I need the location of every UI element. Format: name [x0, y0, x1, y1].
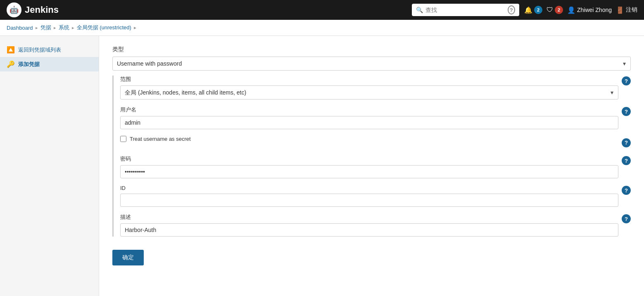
user-icon: 👤 [567, 6, 575, 14]
sidebar-add-label: 添加凭据 [18, 61, 40, 68]
id-row: ID ? [120, 185, 631, 207]
id-label: ID [120, 185, 618, 191]
username-input[interactable] [120, 116, 618, 129]
scope-select[interactable]: 全局 (Jenkins, nodes, items, all child ite… [120, 85, 618, 99]
notifications-button[interactable]: 🔔 2 [524, 6, 542, 14]
type-select[interactable]: Username with password SSH Username with… [112, 57, 631, 71]
sidebar-item-back[interactable]: 🔼 返回到凭据域列表 [0, 43, 99, 57]
submit-button[interactable]: 确定 [112, 250, 144, 265]
scope-select-wrapper: 全局 (Jenkins, nodes, items, all child ite… [120, 85, 618, 99]
type-field: 类型 Username with password SSH Username w… [112, 46, 631, 71]
search-input[interactable] [425, 7, 505, 13]
user-label[interactable]: 👤 Zhiwei Zhong [567, 6, 612, 14]
sidebar-item-add-credential[interactable]: 🔑 添加凭据 [0, 57, 99, 71]
shield-icon: 🛡 [547, 6, 553, 14]
password-row: 密码 ? [120, 155, 631, 178]
id-inner: ID [120, 185, 618, 207]
id-help-button[interactable]: ? [622, 186, 631, 195]
security-badge: 2 [555, 6, 563, 14]
form-section: 类型 Username with password SSH Username w… [112, 46, 631, 265]
scope-label: 范围 [120, 76, 618, 83]
treat-username-checkbox[interactable] [120, 136, 126, 142]
bell-icon: 🔔 [524, 6, 532, 14]
id-input[interactable] [120, 194, 618, 207]
password-inner: 密码 [120, 155, 618, 178]
treat-username-help-button[interactable]: ? [622, 138, 631, 147]
type-label: 类型 [112, 46, 631, 53]
user-name: Zhiwei Zhong [577, 7, 612, 13]
scope-inner: 范围 全局 (Jenkins, nodes, items, all child … [120, 76, 618, 99]
scope-row: 范围 全局 (Jenkins, nodes, items, all child … [120, 76, 631, 99]
description-label: 描述 [120, 213, 618, 221]
logout-icon: 🚪 [616, 6, 624, 14]
security-button[interactable]: 🛡 2 [547, 6, 563, 14]
treat-username-label[interactable]: Treat username as secret [130, 136, 191, 142]
scope-help-button[interactable]: ? [622, 76, 631, 85]
sidebar-back-label: 返回到凭据域列表 [18, 46, 61, 54]
type-select-wrapper: Username with password SSH Username with… [112, 57, 631, 71]
description-row: 描述 ? [120, 213, 631, 237]
logout-label: 注销 [626, 6, 637, 14]
username-label: 用户名 [120, 106, 618, 114]
breadcrumb-sep-2: ▸ [54, 25, 56, 31]
logout-button[interactable]: 🚪 注销 [616, 6, 637, 14]
password-label: 密码 [120, 155, 618, 163]
logo-text: Jenkins [25, 5, 59, 15]
password-input[interactable] [120, 165, 618, 178]
breadcrumb-sep-3: ▸ [72, 25, 74, 31]
search-icon: 🔍 [416, 7, 423, 13]
back-icon: 🔼 [7, 46, 15, 54]
layout: 🔼 返回到凭据域列表 🔑 添加凭据 类型 Username with passw… [0, 36, 644, 296]
search-help-icon[interactable]: ? [508, 5, 515, 14]
treat-username-checkbox-row: Treat username as secret [120, 136, 618, 142]
jenkins-logo-icon: 🤖 [7, 2, 21, 17]
search-bar[interactable]: 🔍 ? [412, 4, 519, 16]
breadcrumb-global[interactable]: 全局凭据 (unrestricted) [77, 24, 131, 31]
breadcrumb: Dashboard ▸ 凭据 ▸ 系统 ▸ 全局凭据 (unrestricted… [0, 20, 644, 36]
header: 🤖 Jenkins 🔍 ? 🔔 2 🛡 2 👤 Zhiwei Zhong 🚪 注… [0, 0, 644, 20]
key-icon: 🔑 [7, 60, 15, 68]
username-help-button[interactable]: ? [622, 107, 631, 116]
notification-badge: 2 [534, 6, 542, 14]
description-inner: 描述 [120, 213, 618, 237]
password-help-button[interactable]: ? [622, 156, 631, 165]
treat-username-inner: Treat username as secret [120, 136, 618, 149]
description-help-button[interactable]: ? [622, 214, 631, 223]
breadcrumb-system[interactable]: 系统 [59, 24, 69, 31]
username-inner: 用户名 [120, 106, 618, 129]
main-content: 类型 Username with password SSH Username w… [99, 36, 644, 296]
form-panel: 范围 全局 (Jenkins, nodes, items, all child … [112, 76, 631, 237]
header-actions: 🔔 2 🛡 2 👤 Zhiwei Zhong 🚪 注销 [524, 6, 637, 14]
breadcrumb-dashboard[interactable]: Dashboard [7, 25, 33, 31]
logo[interactable]: 🤖 Jenkins [7, 2, 59, 17]
breadcrumb-end-arrow: ▸ [134, 25, 136, 31]
treat-username-row: Treat username as secret ? [120, 136, 631, 149]
breadcrumb-credentials[interactable]: 凭据 [40, 24, 51, 31]
breadcrumb-sep-1: ▸ [36, 25, 38, 31]
username-row: 用户名 ? [120, 106, 631, 129]
description-input[interactable] [120, 223, 618, 237]
sidebar: 🔼 返回到凭据域列表 🔑 添加凭据 [0, 36, 99, 296]
